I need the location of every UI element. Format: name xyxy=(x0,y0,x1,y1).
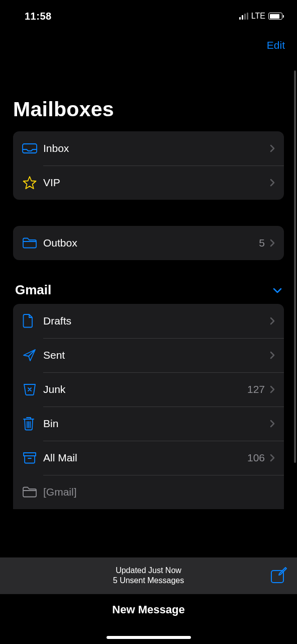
compose-icon xyxy=(270,567,287,584)
status-bar: 11:58 LTE xyxy=(0,0,297,25)
folder-icon xyxy=(22,486,43,498)
chevron-right-icon xyxy=(270,351,275,359)
home-indicator[interactable] xyxy=(107,636,191,639)
network-label: LTE xyxy=(251,12,265,21)
chevron-right-icon xyxy=(270,239,275,247)
chevron-right-icon xyxy=(270,144,275,152)
sync-status-line1: Updated Just Now xyxy=(113,566,184,575)
mailbox-outbox[interactable]: Outbox 5 xyxy=(13,226,284,260)
new-message-label: New Message xyxy=(112,603,184,616)
mailbox-gmail-folder[interactable]: [Gmail] xyxy=(13,475,284,509)
mailbox-label: VIP xyxy=(43,177,270,189)
mailbox-sent[interactable]: Sent xyxy=(13,338,284,372)
sync-status-line2: 5 Unsent Messages xyxy=(113,576,184,585)
gmail-mailboxes-group: Drafts Sent Junk 127 xyxy=(13,304,284,509)
account-section-header[interactable]: Gmail xyxy=(0,282,297,304)
mailbox-label: Bin xyxy=(43,418,270,430)
toolbar: Updated Just Now 5 Unsent Messages xyxy=(0,557,297,594)
outbox-group: Outbox 5 xyxy=(13,226,284,260)
chevron-right-icon xyxy=(270,385,275,393)
mailbox-vip[interactable]: VIP xyxy=(13,166,284,200)
svg-rect-0 xyxy=(271,571,283,583)
folder-icon xyxy=(22,237,43,249)
paper-plane-icon xyxy=(22,348,43,363)
mailbox-label: Outbox xyxy=(43,237,259,249)
mailbox-junk[interactable]: Junk 127 xyxy=(13,372,284,407)
mailbox-all-mail[interactable]: All Mail 106 xyxy=(13,441,284,475)
sync-status: Updated Just Now 5 Unsent Messages xyxy=(113,566,184,585)
scroll-indicator[interactable] xyxy=(294,70,296,463)
compose-button[interactable] xyxy=(270,567,287,584)
edit-button[interactable]: Edit xyxy=(267,39,285,51)
star-icon xyxy=(22,176,43,190)
document-icon xyxy=(22,313,43,329)
page-title: Mailboxes xyxy=(0,51,297,131)
mailbox-label: All Mail xyxy=(43,452,247,464)
account-name: Gmail xyxy=(15,282,51,298)
mailbox-label: Inbox xyxy=(43,142,270,154)
chevron-down-icon xyxy=(273,287,282,293)
trash-icon xyxy=(22,416,43,431)
chevron-right-icon xyxy=(270,454,275,462)
mailbox-label: Junk xyxy=(43,383,247,395)
mailbox-label: [Gmail] xyxy=(43,486,275,498)
mailbox-inbox[interactable]: Inbox xyxy=(13,131,284,166)
battery-icon xyxy=(268,13,284,20)
status-indicators: LTE xyxy=(239,12,284,21)
status-time: 11:58 xyxy=(25,11,52,22)
mailbox-count: 106 xyxy=(247,452,265,464)
chevron-right-icon xyxy=(270,179,275,187)
mailbox-drafts[interactable]: Drafts xyxy=(13,304,284,338)
inbox-icon xyxy=(22,143,43,154)
signal-icon xyxy=(239,13,248,20)
mailbox-count: 127 xyxy=(247,383,265,395)
chevron-right-icon xyxy=(270,420,275,428)
primary-mailboxes-group: Inbox VIP xyxy=(13,131,284,200)
mailbox-count: 5 xyxy=(259,237,265,249)
chevron-right-icon xyxy=(270,317,275,325)
new-message-button[interactable]: New Message xyxy=(0,594,297,625)
archive-icon xyxy=(22,451,43,464)
nav-bar: Edit xyxy=(0,25,297,51)
mailbox-bin[interactable]: Bin xyxy=(13,407,284,441)
mailbox-label: Drafts xyxy=(43,315,270,327)
junk-icon xyxy=(22,383,43,396)
mailbox-label: Sent xyxy=(43,349,270,361)
